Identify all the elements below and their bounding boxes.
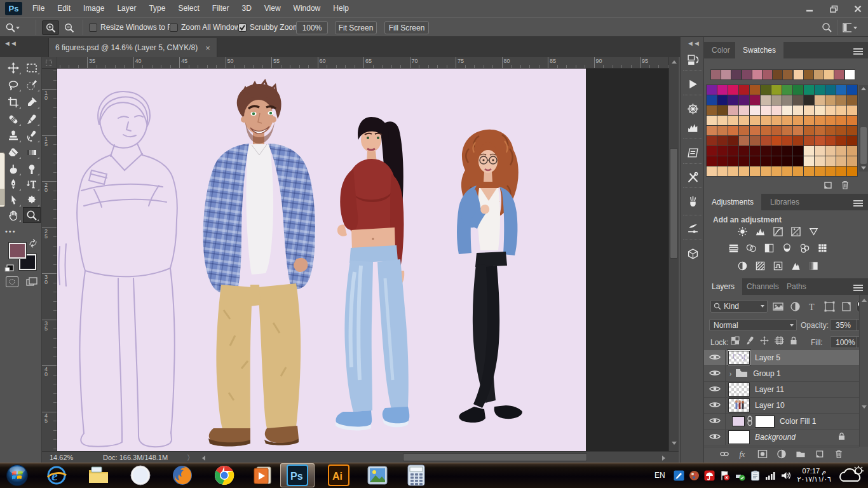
color-swatch[interactable] [750, 116, 760, 125]
lock-pixels-icon[interactable] [745, 336, 754, 345]
historybrush-tool[interactable] [23, 128, 41, 144]
color-swatch[interactable] [707, 136, 717, 146]
color-swatch[interactable] [771, 166, 782, 176]
color-swatch[interactable] [825, 166, 836, 176]
group-expand-chevron[interactable]: › [729, 370, 731, 377]
layer-styles-icon[interactable]: fx [738, 449, 749, 461]
color-swatch[interactable] [707, 105, 717, 115]
color-swatch[interactable] [761, 85, 771, 95]
delete-swatch-button[interactable] [840, 180, 850, 192]
button-fillscreen[interactable]: Fill Screen [384, 21, 429, 34]
color-swatch[interactable] [771, 126, 782, 135]
color-swatch[interactable] [847, 95, 857, 105]
color-swatch[interactable] [804, 105, 814, 115]
visibility-eye-icon[interactable] [709, 369, 721, 379]
color-swatch[interactable] [761, 136, 771, 146]
tray-flag-icon[interactable] [719, 470, 730, 481]
color-swatch[interactable] [739, 85, 749, 95]
color-swatch[interactable] [815, 146, 825, 156]
expand-dock-icon[interactable]: ◄◄ [687, 39, 700, 47]
scroll-up-arrow[interactable] [861, 87, 866, 90]
tab-adjustments[interactable]: Adjustments [704, 194, 761, 210]
layer-thumbnail[interactable] [728, 398, 750, 412]
scroll-down-arrow[interactable] [672, 442, 677, 445]
tab-paths[interactable]: Paths [779, 278, 814, 295]
zoom-out-button[interactable] [60, 20, 78, 35]
link-layers-icon[interactable] [719, 449, 729, 461]
color-swatch[interactable] [771, 105, 782, 115]
toolpresets-panel-icon[interactable] [685, 170, 700, 185]
color-swatch[interactable] [804, 146, 814, 156]
color-swatch[interactable] [825, 136, 836, 146]
taskbar-app-chrome[interactable] [207, 463, 241, 487]
color-swatch[interactable] [815, 105, 825, 115]
color-swatch[interactable] [739, 105, 749, 115]
color-swatch[interactable] [825, 105, 836, 115]
layer-row-background[interactable]: Background [704, 430, 859, 445]
visibility-eye-icon[interactable] [709, 433, 721, 442]
panel-menu-icon[interactable] [853, 199, 863, 208]
checkbox-resize-windows-to-fit[interactable] [89, 24, 97, 32]
delete-layer-icon[interactable] [834, 449, 844, 461]
color-swatch[interactable] [847, 85, 857, 95]
adjustment-curves-icon[interactable] [771, 225, 785, 238]
color-swatch[interactable] [728, 126, 738, 135]
recent-swatch[interactable] [794, 70, 803, 79]
color-swatch[interactable] [847, 105, 857, 115]
color-swatch[interactable] [750, 126, 760, 135]
color-swatch[interactable] [761, 146, 771, 156]
color-swatch[interactable] [825, 156, 836, 166]
tray-network-icon[interactable] [765, 470, 776, 481]
color-swatch[interactable] [847, 156, 857, 166]
adjustment-colorbalance-icon[interactable] [744, 241, 758, 254]
color-swatch[interactable] [847, 116, 857, 125]
foreground-color-swatch[interactable] [9, 243, 26, 259]
layer-row-layer-11[interactable]: Layer 11 [704, 382, 859, 398]
adjustment-posterize-icon[interactable] [753, 259, 767, 272]
color-swatch[interactable] [750, 156, 760, 166]
button-100[interactable]: 100% [296, 21, 328, 34]
color-swatch[interactable] [847, 146, 857, 156]
color-swatch[interactable] [707, 85, 717, 95]
recent-swatch[interactable] [783, 70, 792, 79]
history-panel-icon[interactable] [685, 52, 700, 67]
color-swatch[interactable] [836, 105, 846, 115]
layer-filter-kind-select[interactable]: Kind [710, 300, 768, 313]
layer-row-layer-10[interactable]: Layer 10 [704, 398, 859, 414]
color-swatch[interactable] [825, 126, 836, 135]
color-swatch[interactable] [739, 126, 749, 135]
color-swatch[interactable] [836, 126, 846, 135]
add-mask-icon[interactable] [757, 449, 768, 461]
color-swatch[interactable] [761, 105, 771, 115]
color-swatch[interactable] [782, 85, 792, 95]
panel-menu-icon[interactable] [853, 47, 863, 56]
color-swatch[interactable] [815, 116, 825, 125]
color-swatch[interactable] [804, 85, 814, 95]
color-swatch[interactable] [847, 166, 857, 176]
adjustment-channelmixer-icon[interactable] [797, 241, 811, 254]
move-tool[interactable] [4, 60, 22, 76]
button-fitscreen[interactable]: Fit Screen [335, 21, 377, 34]
scroll-down-arrow[interactable] [862, 405, 867, 409]
color-swatch[interactable] [793, 116, 803, 125]
wheel-panel-icon[interactable] [685, 101, 700, 116]
color-swatch[interactable] [825, 85, 836, 95]
color-swatch[interactable] [771, 156, 782, 166]
brush-tool[interactable] [23, 111, 41, 127]
layer-thumbnail[interactable] [728, 383, 750, 396]
adjustment-huesat-icon[interactable] [726, 241, 740, 254]
horizontal-scroll-thumb[interactable] [403, 453, 587, 461]
tray-language-indicator[interactable]: EN [654, 471, 665, 480]
color-swatch[interactable] [707, 146, 717, 156]
tab-libraries[interactable]: Libraries [763, 194, 807, 210]
color-swatch[interactable] [707, 116, 717, 125]
color-swatch[interactable] [739, 95, 749, 105]
lasso-tool[interactable] [4, 77, 22, 93]
zoom-tool-preset[interactable] [5, 20, 22, 35]
notes-panel-icon[interactable] [685, 145, 700, 160]
layers-filter-adjustment-icon[interactable] [790, 301, 801, 312]
taskbar-app-calculator[interactable] [399, 463, 433, 487]
recent-swatch[interactable] [834, 70, 844, 79]
color-swatch[interactable] [804, 95, 814, 105]
taskbar-app-photoshop[interactable]: Ps [280, 463, 315, 487]
